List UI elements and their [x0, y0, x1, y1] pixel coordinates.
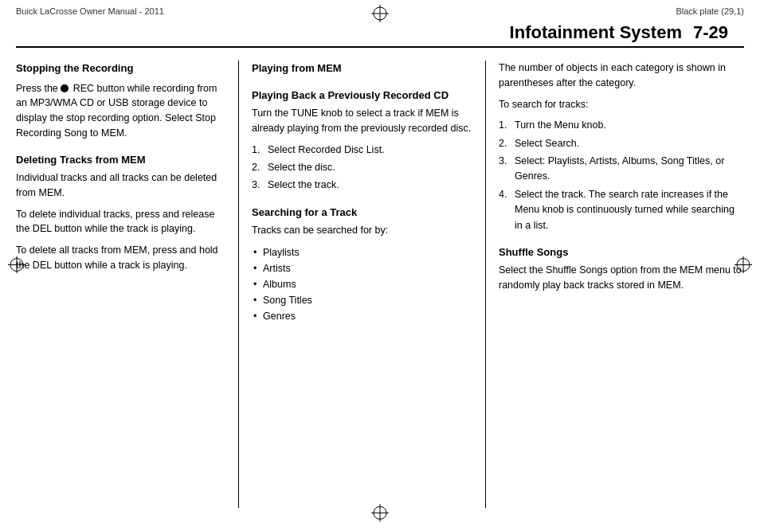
playback-para: Turn the TUNE knob to select a track if … [252, 106, 472, 136]
searching-bullets-list: Playlists Artists Albums Song Titles Gen… [252, 244, 472, 324]
shuffle-subtitle: Shuffle Songs [499, 244, 744, 260]
searching-subtitle: Searching for a Track [252, 205, 472, 221]
deleting-para1: Individual tracks and all tracks can be … [16, 170, 225, 201]
section-title: Infotainment System [510, 22, 682, 43]
deleting-para3: To delete all tracks from MEM, press and… [16, 243, 225, 273]
playback-step-3: Select the track. [252, 178, 472, 193]
page-number: 7-29 [693, 22, 728, 43]
tracks-step-3: Select: Playlists, Artists, Albums, Song… [499, 154, 744, 185]
bullet-artists: Artists [252, 260, 472, 276]
playing-title: Playing from MEM [252, 61, 472, 76]
right-registration-mark [735, 256, 752, 276]
intro-para: The number of objects in each category i… [499, 61, 744, 91]
bullet-genres: Genres [252, 308, 472, 324]
header-right: Black plate (29,1) [676, 6, 744, 16]
left-registration-mark [8, 256, 25, 276]
tracks-intro: To search for tracks: [499, 97, 744, 112]
tracks-steps-list: Turn the Menu knob. Select Search. Selec… [499, 118, 744, 233]
col-right: The number of objects in each category i… [486, 61, 744, 508]
rec-circle-icon [61, 84, 69, 92]
top-registration-mark [371, 5, 389, 22]
stopping-title: Stopping the Recording [16, 61, 225, 76]
bottom-registration-mark [371, 504, 389, 524]
tracks-step-2: Select Search. [499, 136, 744, 151]
bullet-playlists: Playlists [252, 244, 472, 260]
bullet-song-titles: Song Titles [252, 292, 472, 308]
header-left: Buick LaCrosse Owner Manual - 2011 [16, 6, 164, 16]
stopping-para: Press the REC button while recording fro… [16, 81, 225, 141]
shuffle-para: Select the Shuffle Songs option from the… [499, 263, 744, 293]
col-middle: Playing from MEM Playing Back a Previous… [239, 61, 486, 508]
deleting-title: Deleting Tracks from MEM [16, 152, 225, 168]
searching-para: Tracks can be searched for by: [252, 223, 472, 238]
deleting-para2: To delete individual tracks, press and r… [16, 207, 225, 237]
bullet-albums: Albums [252, 276, 472, 292]
playback-step-1: Select Recorded Disc List. [252, 143, 472, 158]
col-left: Stopping the Recording Press the REC but… [16, 61, 239, 508]
tracks-step-4: Select the track. The search rate increa… [499, 187, 744, 233]
playback-step-2: Select the disc. [252, 160, 472, 175]
tracks-step-1: Turn the Menu knob. [499, 118, 744, 133]
playback-steps-list: Select Recorded Disc List. Select the di… [252, 143, 472, 194]
main-content: Stopping the Recording Press the REC but… [0, 48, 760, 508]
title-bar: Infotainment System 7-29 [16, 19, 744, 48]
playback-subtitle: Playing Back a Previously Recorded CD [252, 88, 472, 104]
